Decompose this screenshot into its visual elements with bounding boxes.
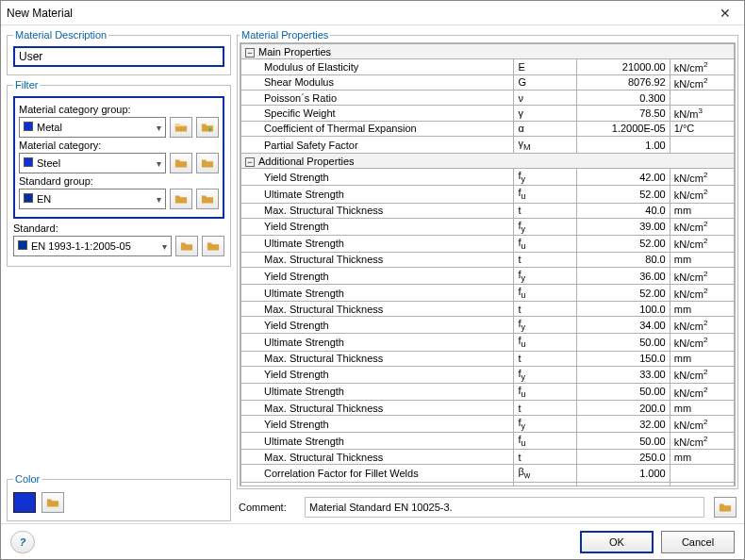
property-row: Partial Safety FactorγM1.00: [241, 136, 735, 153]
property-name: Max. Structural Thickness: [241, 401, 514, 416]
filter-highlight-box: Material category group: Metal ▾ Materia…: [13, 96, 224, 219]
property-unit: kN/cm2: [670, 433, 734, 450]
property-value[interactable]: 42.00: [576, 169, 670, 186]
property-row: Poisson´s Ratioν0.300: [241, 91, 735, 106]
property-value[interactable]: 52.00: [576, 235, 670, 252]
property-value[interactable]: 200.0: [576, 401, 670, 416]
property-symbol: fu: [514, 285, 576, 302]
standard-group-combo[interactable]: EN ▾: [19, 189, 166, 209]
collapse-icon[interactable]: −: [245, 48, 255, 58]
cancel-button[interactable]: Cancel: [661, 531, 735, 553]
eu-flag-icon: [24, 193, 33, 203]
property-row: Specific Weightγ78.50kN/m3: [241, 106, 735, 122]
library-open-button[interactable]: [170, 153, 192, 173]
property-row: Yield Strengthfy39.00kN/cm2: [241, 218, 735, 235]
property-value[interactable]: 52.00: [576, 186, 670, 203]
property-value[interactable]: 50.00: [576, 334, 670, 351]
property-unit: kN/m3: [670, 106, 734, 122]
property-name: Modulus of Elasticity: [241, 59, 514, 75]
chevron-down-icon: ▾: [157, 158, 161, 169]
titlebar: New Material ✕: [1, 1, 744, 25]
property-unit: kN/cm2: [670, 285, 734, 302]
property-unit: mm: [670, 302, 734, 317]
property-value[interactable]: 8076.92: [576, 74, 670, 91]
library-save-button[interactable]: [196, 189, 219, 209]
property-row: Max. Structural Thicknesst200.0mm: [241, 401, 735, 416]
property-symbol: fy: [514, 169, 576, 186]
property-name: Max. Structural Thickness: [241, 302, 514, 317]
property-value[interactable]: 1.2000E-05: [576, 121, 670, 136]
color-legend: Color: [13, 473, 41, 485]
property-value[interactable]: 50.00: [576, 383, 670, 400]
property-unit: kN/cm2: [670, 186, 734, 203]
property-value[interactable]: 1.000: [576, 465, 670, 482]
property-symbol: t: [514, 450, 576, 465]
property-row: Ultimate Strengthfu52.00kN/cm2: [241, 186, 735, 203]
property-value[interactable]: 32.00: [576, 416, 670, 433]
chevron-down-icon: ▾: [157, 123, 161, 133]
material-properties-legend: Material Properties: [240, 29, 330, 41]
property-value[interactable]: 80.0: [576, 252, 670, 267]
library-save-button[interactable]: [196, 117, 219, 138]
category-combo[interactable]: Steel ▾: [19, 153, 166, 173]
property-row: Max. Structural Thicknesst100.0mm: [241, 302, 735, 317]
property-unit: kN/cm2: [670, 416, 734, 433]
ok-button[interactable]: OK: [580, 531, 654, 553]
property-unit: kN/cm2: [670, 383, 734, 400]
property-value[interactable]: 150.0: [576, 351, 670, 366]
property-value[interactable]: 0.300: [576, 91, 670, 106]
section-header[interactable]: −Main Properties: [241, 44, 735, 59]
section-header[interactable]: −Additional Properties: [241, 154, 735, 169]
property-value[interactable]: 34.00: [576, 317, 670, 334]
property-value[interactable]: 50.00: [576, 433, 670, 450]
close-icon[interactable]: ✕: [712, 6, 738, 21]
color-swatch[interactable]: [13, 492, 36, 513]
property-row: Max. Structural Thicknesst80.0mm: [241, 252, 735, 267]
property-row: Yield Strengthfy42.00kN/cm2: [241, 169, 735, 186]
property-value[interactable]: 21000.00: [576, 59, 670, 75]
property-row: Max. Structural Thicknesst40.0mm: [241, 203, 735, 218]
property-symbol: fy: [514, 317, 576, 334]
category-group-combo[interactable]: Metal ▾: [19, 117, 166, 138]
property-value[interactable]: 250.0: [576, 450, 670, 465]
property-symbol: t: [514, 401, 576, 416]
material-properties-group: Material Properties −Main PropertiesModu…: [237, 29, 738, 489]
property-symbol: t: [514, 302, 576, 317]
collapse-icon[interactable]: −: [245, 157, 255, 167]
property-row: Correlation Factor for Fillet Weldsβw1.0…: [241, 465, 735, 482]
color-library-button[interactable]: [41, 492, 64, 513]
property-value[interactable]: 52.00: [576, 285, 670, 302]
property-unit: mm: [670, 351, 734, 366]
property-value[interactable]: 33.00: [576, 366, 670, 383]
comment-library-button[interactable]: [714, 497, 737, 518]
chevron-down-icon: ▾: [162, 241, 167, 252]
library-save-button[interactable]: [202, 236, 224, 256]
property-name: Max. Structural Thickness: [241, 351, 514, 366]
library-open-button[interactable]: [170, 117, 192, 138]
property-symbol: fu: [514, 433, 576, 450]
property-unit: kN/cm2: [670, 334, 734, 351]
library-save-button[interactable]: [196, 153, 219, 173]
category-swatch-icon: [24, 157, 33, 167]
property-unit: mm: [670, 450, 734, 465]
help-button[interactable]: ?: [10, 531, 35, 553]
property-unit: [670, 465, 734, 482]
property-value[interactable]: 78.50: [576, 106, 670, 122]
property-unit: kN/cm2: [670, 267, 734, 284]
library-open-button[interactable]: [170, 189, 192, 209]
chevron-down-icon: ▾: [157, 194, 161, 205]
property-name: Yield Strength: [241, 416, 514, 433]
property-value[interactable]: 36.00: [576, 267, 670, 284]
property-value[interactable]: 1.00: [576, 136, 670, 153]
property-name: Ultimate Strength: [241, 433, 514, 450]
property-unit: kN/cm2: [670, 169, 734, 186]
property-value[interactable]: 39.00: [576, 218, 670, 235]
library-open-button[interactable]: [175, 236, 198, 256]
material-description-input[interactable]: [13, 46, 224, 67]
standard-combo[interactable]: EN 1993-1-1:2005-05 ▾: [13, 236, 172, 256]
property-name: Correlation Factor for Fillet Welds: [241, 465, 514, 482]
property-value[interactable]: 100.0: [576, 302, 670, 317]
property-value[interactable]: 40.0: [576, 203, 670, 218]
properties-table[interactable]: −Main PropertiesModulus of ElasticityE21…: [240, 42, 736, 486]
comment-input[interactable]: [305, 497, 704, 518]
